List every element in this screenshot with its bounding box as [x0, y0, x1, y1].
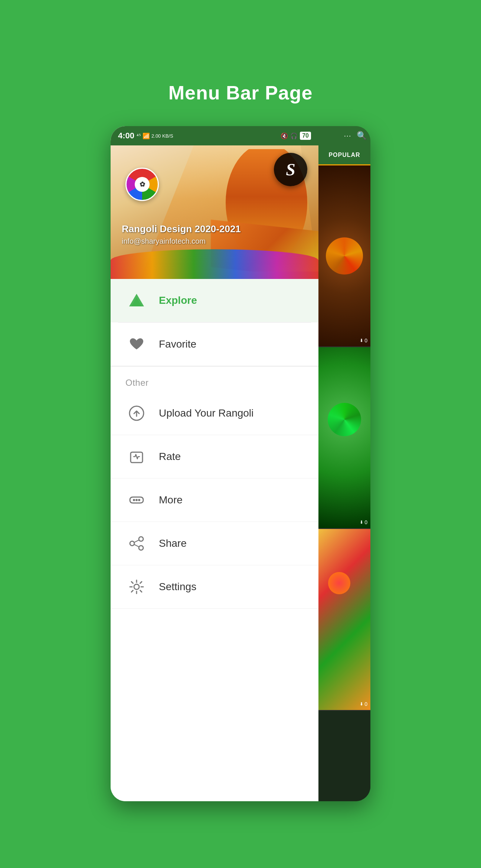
share-icon	[125, 532, 148, 555]
svg-point-7	[139, 537, 143, 541]
settings-icon	[125, 576, 148, 598]
app-email: info@sharyainfotech.com	[122, 237, 241, 246]
share-label: Share	[159, 537, 187, 549]
svg-point-6	[138, 499, 140, 501]
menu-item-more[interactable]: More	[111, 479, 318, 522]
settings-label: Settings	[159, 581, 196, 593]
menu-item-upload[interactable]: Upload Your Rangoli	[111, 392, 318, 435]
count-2: 0	[364, 519, 367, 525]
network-icon: ⁴⁵ 📶 2.00 KB/S	[137, 132, 173, 139]
right-panel: ⋯ 🔍 POPULAR ⬇ 0 ⬇ 0	[318, 126, 370, 801]
s-logo: S	[274, 153, 307, 186]
phone-container: 4:00 ⁴⁵ 📶 2.00 KB/S 🔇 🎧 70	[111, 126, 370, 801]
status-time: 4:00	[118, 131, 134, 141]
svg-line-11	[134, 545, 139, 547]
count-3: 0	[364, 701, 367, 707]
svg-line-10	[134, 540, 139, 542]
svg-point-5	[135, 499, 138, 501]
svg-point-12	[134, 584, 139, 589]
right-top-bar: ⋯ 🔍	[318, 126, 370, 145]
heart-icon	[125, 333, 148, 355]
page-title: Menu Bar Page	[168, 82, 313, 104]
more-icon	[125, 489, 148, 511]
explore-label: Explore	[159, 295, 197, 306]
vol-icon: 🔇	[281, 132, 288, 139]
menu-item-settings[interactable]: Settings	[111, 565, 318, 609]
svg-point-4	[133, 499, 135, 501]
favorite-label: Favorite	[159, 338, 196, 350]
svg-point-9	[139, 546, 143, 550]
download-icon-2: ⬇	[360, 520, 363, 525]
upload-label: Upload Your Rangoli	[159, 407, 253, 419]
menu-item-rate[interactable]: Rate	[111, 435, 318, 479]
rate-label: Rate	[159, 451, 181, 463]
dots-icon: ⋯	[344, 131, 351, 140]
status-bar: 4:00 ⁴⁵ 📶 2.00 KB/S 🔇 🎧 70	[111, 126, 318, 145]
menu-section: Explore Favorite Other	[111, 279, 318, 801]
search-icon: 🔍	[357, 131, 367, 141]
menu-item-explore[interactable]: Explore	[111, 279, 318, 322]
header-image: ✿ S Rangoli Design 2020-2021 info@sharya…	[111, 145, 318, 279]
drawer-panel: 4:00 ⁴⁵ 📶 2.00 KB/S 🔇 🎧 70	[111, 126, 318, 801]
menu-item-share[interactable]: Share	[111, 522, 318, 565]
rate-icon	[125, 445, 148, 468]
menu-item-favorite[interactable]: Favorite	[111, 323, 318, 366]
image-block-1: ⬇ 0	[318, 165, 370, 347]
upload-icon	[125, 402, 148, 424]
download-icon-3: ⬇	[360, 701, 363, 707]
image-block-2: ⬇ 0	[318, 347, 370, 529]
more-label: More	[159, 494, 183, 506]
app-name: Rangoli Design 2020-2021	[122, 223, 241, 235]
right-images: ⬇ 0 ⬇ 0 ⬇ 0	[318, 165, 370, 801]
download-icon-1: ⬇	[360, 338, 363, 343]
image-block-3: ⬇ 0	[318, 529, 370, 711]
right-tab-bar: POPULAR	[318, 145, 370, 165]
count-1: 0	[364, 338, 367, 343]
headphone-icon: 🎧	[290, 132, 298, 139]
explore-icon	[125, 289, 148, 312]
section-other-label: Other	[111, 366, 318, 392]
battery-badge: 70	[300, 132, 311, 140]
svg-point-8	[130, 541, 134, 546]
app-logo: ✿	[125, 168, 159, 201]
